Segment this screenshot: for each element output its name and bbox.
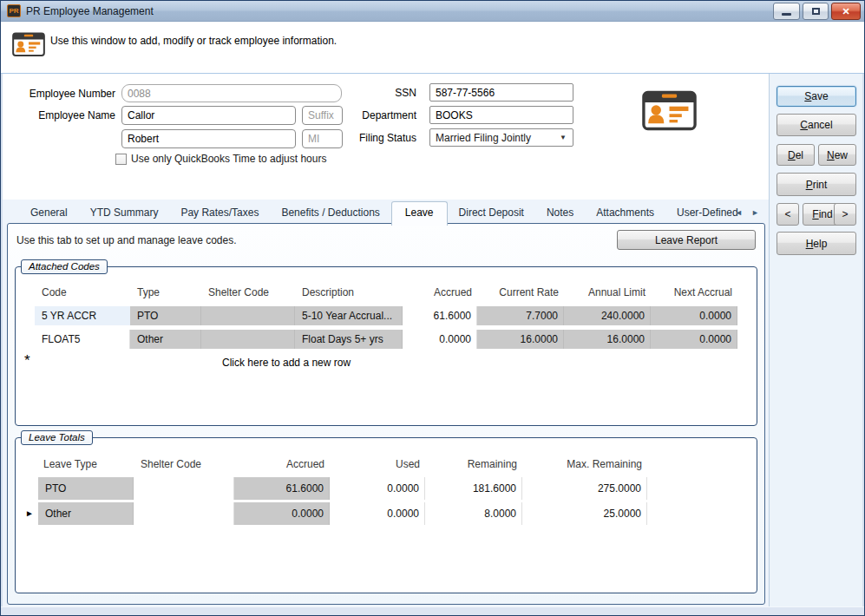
window-description: Use this window to add, modify or track … [50, 35, 337, 47]
cell-accrued: 0.0000 [234, 502, 330, 525]
cell-shelter-code[interactable] [201, 330, 295, 349]
cell-current-rate[interactable]: 7.7000 [477, 306, 564, 325]
tab-scroll-right-icon[interactable]: ► [751, 208, 759, 217]
department-label: Department [330, 109, 416, 121]
cell-annual-limit[interactable]: 240.0000 [564, 306, 651, 325]
cell-shelter-code[interactable] [201, 306, 295, 325]
close-button[interactable]: ✕ [831, 3, 861, 20]
mi-input[interactable] [302, 129, 343, 148]
employee-number-input[interactable] [121, 84, 342, 102]
close-icon: ✕ [842, 6, 849, 17]
col-header-shelter-code: Shelter Code [208, 285, 295, 299]
tab-notes[interactable]: Notes [535, 202, 585, 224]
minimize-button[interactable] [773, 3, 800, 20]
window-frame-right [862, 74, 864, 606]
attached-codes-groupbox: Attached Codes Code Type Shelter Code De… [15, 266, 757, 426]
tab-scroll-left-icon[interactable]: ◄ [735, 208, 743, 217]
attached-codes-title: Attached Codes [21, 259, 108, 274]
col-header-max-remaining: Max. Remaining [522, 457, 642, 471]
cell-accrued[interactable]: 0.0000 [403, 330, 477, 349]
col-header-accrued: Accrued [403, 285, 472, 299]
employee-number-label: Employee Number [9, 88, 115, 100]
leave-totals-title: Leave Totals [21, 430, 93, 445]
tab-pay-rates-taxes[interactable]: Pay Rates/Taxes [169, 202, 270, 224]
cell-next-accrual[interactable]: 0.0000 [651, 306, 737, 325]
col-header-current-rate: Current Rate [477, 285, 559, 299]
filing-status-dropdown[interactable]: Married Filing Jointly ▼ [429, 128, 573, 147]
cell-shelter-code [134, 502, 234, 525]
chevron-down-icon: ▼ [560, 134, 567, 141]
window-frame-bottom [1, 606, 864, 615]
cancel-button[interactable]: Cancel [777, 114, 856, 136]
current-row-marker-icon: ► [25, 508, 34, 518]
window-title: PR Employee Management [26, 5, 154, 17]
window-frame-left [1, 74, 3, 606]
employee-name-label: Employee Name [9, 109, 115, 121]
cell-code[interactable]: 5 YR ACCR [35, 306, 130, 325]
header-band: Use this window to add, modify or track … [1, 22, 864, 74]
leave-tab-panel: Use this tab to set up and manage leave … [7, 223, 765, 605]
cell-type[interactable]: PTO [130, 306, 201, 325]
leave-report-button[interactable]: Leave Report [617, 230, 756, 250]
filing-status-value: Married Filing Jointly [436, 132, 531, 144]
first-name-input[interactable] [121, 129, 296, 148]
maximize-button[interactable] [803, 3, 829, 20]
cell-annual-limit[interactable]: 16.0000 [564, 330, 651, 349]
cell-description[interactable]: Float Days 5+ yrs [295, 330, 403, 349]
col-header-shelter-code: Shelter Code [141, 457, 234, 471]
col-header-annual-limit: Annual Limit [564, 285, 645, 299]
previous-record-button[interactable]: < [777, 203, 799, 226]
pr-employee-management-window: PR PR Employee Management ✕ Use this win… [0, 0, 865, 616]
cell-current-rate[interactable]: 16.0000 [477, 330, 564, 349]
cell-used: 0.0000 [330, 502, 425, 525]
delete-button[interactable]: Del [777, 144, 815, 166]
quickbooks-time-checkbox[interactable] [115, 154, 127, 165]
col-header-used: Used [330, 457, 420, 471]
cell-max-remaining: 25.0000 [522, 502, 647, 525]
cell-used: 0.0000 [330, 477, 425, 500]
cell-shelter-code [134, 477, 234, 500]
employee-badge-icon [12, 31, 45, 57]
save-button[interactable]: Save [777, 86, 856, 107]
cell-accrued: 61.6000 [234, 477, 330, 500]
col-header-leave-type: Leave Type [43, 457, 134, 471]
cell-accrued[interactable]: 61.6000 [403, 306, 477, 325]
new-button[interactable]: New [818, 144, 856, 166]
add-new-row-link[interactable]: Click here to add a new row [222, 357, 351, 369]
filing-status-label: Filing Status [330, 132, 416, 144]
maximize-icon [812, 8, 820, 15]
suffix-input[interactable] [302, 106, 343, 125]
col-header-remaining: Remaining [425, 457, 517, 471]
tab-leave[interactable]: Leave [391, 201, 448, 226]
title-bar[interactable]: PR PR Employee Management [1, 1, 864, 22]
cell-leave-type: Other [38, 502, 134, 525]
next-record-button[interactable]: > [834, 203, 856, 226]
tab-strip: General YTD Summary Pay Rates/Taxes Bene… [19, 201, 750, 224]
leave-totals-groupbox: Leave Totals Leave Type Shelter Code Acc… [15, 437, 757, 593]
print-button[interactable]: Print [777, 173, 856, 196]
help-button[interactable]: Help [777, 232, 856, 255]
tab-ytd-summary[interactable]: YTD Summary [79, 202, 170, 224]
cell-leave-type: PTO [38, 477, 134, 500]
employee-photo-badge-icon [642, 88, 697, 132]
tab-benefits-deductions[interactable]: Benefits / Deductions [270, 202, 390, 224]
last-name-input[interactable] [121, 106, 296, 125]
tab-general[interactable]: General [19, 202, 79, 224]
col-header-accrued: Accrued [234, 457, 324, 471]
cell-max-remaining: 275.0000 [522, 477, 647, 500]
quickbooks-time-checkbox-label: Use only QuickBooks Time to adjust hours [131, 153, 326, 165]
cell-remaining: 8.0000 [425, 502, 522, 525]
cell-description[interactable]: 5-10 Year Accrual... [295, 306, 403, 325]
cell-code[interactable]: FLOAT5 [35, 330, 130, 349]
cell-type[interactable]: Other [130, 330, 201, 349]
leave-tab-instruction: Use this tab to set up and manage leave … [16, 234, 237, 246]
cell-remaining: 181.6000 [425, 477, 522, 500]
tab-direct-deposit[interactable]: Direct Deposit [448, 202, 535, 224]
ssn-input[interactable] [429, 83, 573, 102]
col-header-description: Description [302, 285, 403, 299]
department-input[interactable] [429, 106, 573, 124]
new-row-marker-icon: * [24, 352, 30, 370]
col-header-type: Type [137, 285, 201, 299]
tab-attachments[interactable]: Attachments [585, 202, 665, 224]
cell-next-accrual[interactable]: 0.0000 [651, 330, 737, 349]
